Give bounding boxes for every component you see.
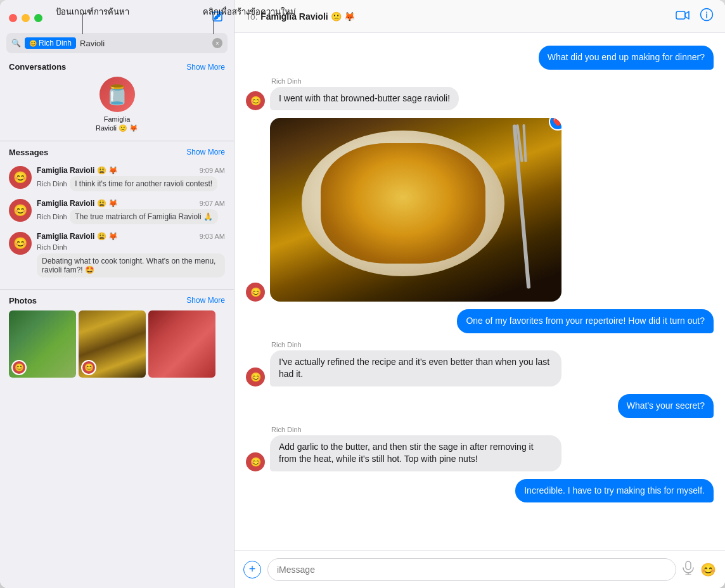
message-input[interactable] [267, 558, 676, 581]
search-tag-name: Rich Dinh [39, 39, 72, 48]
bubble-received-2: I've actually refined the recipe and it'… [270, 350, 561, 387]
bubble-content-sent-3: What's your secret? [618, 394, 714, 418]
svg-rect-1 [676, 11, 685, 19]
msg-sub-2: Rich Dinh [37, 213, 67, 220]
msg-sender-2: Famiglia Ravioli 😩 🦊 [37, 199, 118, 208]
conversations-section: Conversations Show More 🫙 FamigliaRaviol… [0, 60, 234, 137]
msg-avatar-2: 😊 [9, 199, 32, 222]
bubble-sent-2: One of my favorites from your repertoire… [457, 309, 714, 333]
msg-time-2: 9:07 AM [200, 200, 225, 207]
chat-panel: To: Famiglia Ravioli 🙁 🦊 [234, 0, 725, 588]
bubble-sent-3: What's your secret? [618, 394, 714, 418]
bubble-sent-4: Incredible. I have to try making this fo… [515, 479, 714, 503]
bubble-avatar-3: 😊 [246, 452, 265, 471]
image-bubble[interactable]: ❤️ [270, 118, 561, 302]
dictation-icon[interactable] [683, 561, 694, 578]
photos-show-more[interactable]: Show More [186, 296, 225, 305]
bubble-received-1: I went with that browned-butter sage rav… [270, 87, 459, 111]
svg-rect-3 [686, 561, 691, 570]
photos-title: Photos [9, 296, 37, 305]
photos-header: Photos Show More [9, 296, 225, 305]
conversations-title: Conversations [9, 62, 66, 72]
traffic-lights [9, 14, 42, 22]
conversation-item[interactable]: 🫙 FamigliaRavioli 🙁 🦊 [9, 77, 225, 133]
messages-header: Messages Show More [9, 148, 225, 157]
search-tag-avatar: 😊 [29, 40, 37, 47]
conversation-avatar: 🫙 [99, 77, 135, 112]
bubble-received-3: Add garlic to the butter, and then stir … [270, 435, 561, 471]
bubble-avatar-2: 😊 [246, 368, 265, 387]
details-icon[interactable] [700, 8, 714, 25]
sidebar: ป้อนเกณฑ์การค้นหา คลิกเพื่อสร้างข้อความใ… [0, 0, 234, 588]
add-attachment-button[interactable]: + [243, 561, 261, 578]
bubble-sender-name-1: Rich Dinh [271, 77, 459, 85]
conversations-header: Conversations Show More [9, 62, 225, 72]
msg-header-1: Famiglia Ravioli 😩 🦊 9:09 AM [37, 166, 225, 175]
bubble-content-recv-3: Rich Dinh Add garlic to the butter, and … [270, 426, 561, 471]
messages-show-more[interactable]: Show More [186, 148, 225, 157]
message-item-1[interactable]: 😊 Famiglia Ravioli 😩 🦊 9:09 AM Rich Dinh… [9, 162, 225, 195]
msg-content-1: Famiglia Ravioli 😩 🦊 9:09 AM Rich Dinh I… [37, 166, 225, 191]
msg-avatar-3: 😊 [9, 232, 32, 255]
msg-sender-3: Famiglia Ravioli 😩 🦊 [37, 232, 118, 241]
msg-content-3: Famiglia Ravioli 😩 🦊 9:03 AM Rich Dinh D… [37, 232, 225, 278]
compose-button[interactable] [210, 9, 225, 24]
chat-recipient-name: Famiglia Ravioli 🙁 🦊 [260, 11, 354, 22]
bubble-avatar-1: 😊 [246, 91, 265, 110]
chat-input-bar: + 😊 [234, 550, 725, 588]
chat-to-label: To: [246, 11, 258, 22]
bubble-content-sent-4: Incredible. I have to try making this fo… [515, 479, 714, 503]
bubble-content-img: ❤️ [270, 118, 561, 302]
message-sent-2: One of my favorites from your repertoire… [246, 309, 714, 333]
msg-sub-1: Rich Dinh [37, 180, 67, 188]
msg-time-3: 9:03 AM [200, 233, 225, 240]
chat-header-actions [676, 8, 714, 25]
photo-thumb-3[interactable] [148, 310, 215, 378]
maximize-button[interactable] [34, 14, 42, 22]
message-sent-1: What did you end up making for dinner? [246, 46, 714, 70]
msg-header-3: Famiglia Ravioli 😩 🦊 9:03 AM [37, 232, 225, 241]
chat-header: To: Famiglia Ravioli 🙁 🦊 [234, 0, 725, 33]
message-received-3: 😊 Rich Dinh Add garlic to the butter, an… [246, 426, 714, 471]
msg-sender-1: Famiglia Ravioli 😩 🦊 [37, 166, 118, 175]
photos-grid: 😊 😊 [9, 310, 225, 378]
divider-1 [0, 141, 234, 141]
message-item-2[interactable]: 😊 Famiglia Ravioli 😩 🦊 9:07 AM Rich Dinh… [9, 195, 225, 228]
chat-recipient-row: To: Famiglia Ravioli 🙁 🦊 [246, 11, 355, 22]
bubble-sender-name-3: Rich Dinh [271, 426, 561, 433]
message-sent-4: Incredible. I have to try making this fo… [246, 479, 714, 503]
minimize-button[interactable] [22, 14, 30, 22]
chat-messages: What did you end up making for dinner? 😊… [234, 33, 725, 550]
messages-section: Messages Show More 😊 Famiglia Ravioli 😩 … [0, 145, 234, 285]
msg-time-1: 9:09 AM [200, 167, 225, 174]
bubble-sent-1: What did you end up making for dinner? [539, 46, 714, 70]
msg-sub-3: Rich Dinh [37, 243, 67, 251]
message-received-1: 😊 Rich Dinh I went with that browned-but… [246, 77, 714, 111]
message-received-2: 😊 Rich Dinh I've actually refined the re… [246, 341, 714, 387]
photos-section: Photos Show More 😊 😊 [0, 293, 234, 381]
msg-avatar-1: 😊 [9, 166, 32, 189]
app-window: ป้อนเกณฑ์การค้นหา คลิกเพื่อสร้างข้อความใ… [0, 0, 725, 588]
bubble-content-sent-1: What did you end up making for dinner? [539, 46, 714, 70]
msg-header-2: Famiglia Ravioli 😩 🦊 9:07 AM [37, 199, 225, 208]
messages-title: Messages [9, 148, 48, 157]
emoji-icon[interactable]: 😊 [700, 562, 716, 577]
photo-thumb-1[interactable]: 😊 [9, 310, 76, 378]
message-item-3[interactable]: 😊 Famiglia Ravioli 😩 🦊 9:03 AM Rich Dinh… [9, 228, 225, 281]
bubble-content-recv-1: Rich Dinh I went with that browned-butte… [270, 77, 459, 111]
search-tag[interactable]: 😊 Rich Dinh [25, 37, 76, 49]
conversation-name: FamigliaRavioli 🙁 🦊 [96, 115, 138, 133]
message-sent-3: What's your secret? [246, 394, 714, 418]
close-button[interactable] [9, 14, 17, 22]
bubble-sender-name-2: Rich Dinh [271, 341, 561, 348]
divider-2 [0, 289, 234, 290]
search-clear-button[interactable]: × [212, 38, 222, 48]
facetime-icon[interactable] [676, 9, 690, 23]
conversations-show-more[interactable]: Show More [186, 63, 225, 72]
photo-avatar-2: 😊 [81, 360, 96, 375]
photo-thumb-2[interactable]: 😊 [79, 310, 146, 378]
photo-avatar-1: 😊 [11, 360, 27, 375]
search-bar[interactable]: 🔍 😊 Rich Dinh Ravioli × [6, 33, 228, 53]
bubble-avatar-img: 😊 [246, 283, 265, 302]
bubble-content-recv-2: Rich Dinh I've actually refined the reci… [270, 341, 561, 387]
